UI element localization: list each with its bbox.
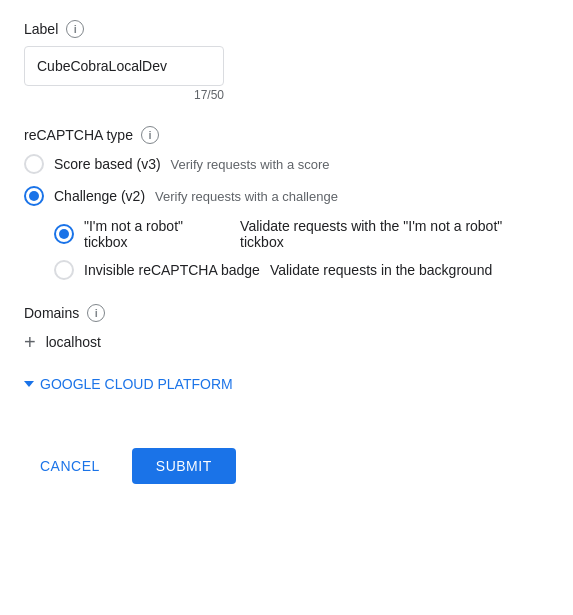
char-count: 17/50 [24, 88, 224, 102]
radio-label-invisible-badge: Invisible reCAPTCHA badge [84, 262, 260, 278]
cancel-button[interactable]: CANCEL [24, 450, 116, 482]
footer-buttons: CANCEL SUBMIT [24, 432, 549, 484]
recaptcha-section: reCAPTCHA type i Score based (v3) Verify… [24, 126, 549, 280]
recaptcha-info-icon[interactable]: i [141, 126, 159, 144]
recaptcha-heading: reCAPTCHA type i [24, 126, 549, 144]
recaptcha-title: reCAPTCHA type [24, 127, 133, 143]
radio-circle-not-a-robot[interactable] [54, 224, 74, 244]
domains-info-icon[interactable]: i [87, 304, 105, 322]
domains-section: Domains i + localhost [24, 304, 549, 352]
gcp-link[interactable]: GOOGLE CLOUD PLATFORM [24, 376, 549, 392]
domains-add-row[interactable]: + localhost [24, 332, 549, 352]
radio-option-score-based[interactable]: Score based (v3) Verify requests with a … [24, 154, 549, 174]
submit-button[interactable]: SUBMIT [132, 448, 236, 484]
recaptcha-radio-group: Score based (v3) Verify requests with a … [24, 154, 549, 280]
radio-desc-not-a-robot: Validate requests with the "I'm not a ro… [240, 218, 549, 250]
label-heading: Label i [24, 20, 549, 38]
radio-circle-invisible-badge[interactable] [54, 260, 74, 280]
gcp-link-text: GOOGLE CLOUD PLATFORM [40, 376, 233, 392]
radio-label-not-a-robot: "I'm not a robot" tickbox [84, 218, 230, 250]
label-input[interactable] [24, 46, 224, 86]
domains-heading: Domains i [24, 304, 549, 322]
add-domain-icon[interactable]: + [24, 332, 36, 352]
radio-circle-challenge-v2[interactable] [24, 186, 44, 206]
radio-circle-score-based[interactable] [24, 154, 44, 174]
label-info-icon[interactable]: i [66, 20, 84, 38]
gcp-section: GOOGLE CLOUD PLATFORM [24, 376, 549, 392]
radio-label-score-based: Score based (v3) [54, 156, 161, 172]
domains-title: Domains [24, 305, 79, 321]
radio-option-not-a-robot[interactable]: "I'm not a robot" tickbox Validate reque… [54, 218, 549, 250]
label-title: Label [24, 21, 58, 37]
label-section: Label i 17/50 [24, 20, 549, 102]
radio-option-challenge-v2[interactable]: Challenge (v2) Verify requests with a ch… [24, 186, 549, 206]
radio-desc-challenge-v2: Verify requests with a challenge [155, 189, 338, 204]
radio-label-challenge-v2: Challenge (v2) [54, 188, 145, 204]
chevron-down-icon [24, 381, 34, 387]
radio-desc-score-based: Verify requests with a score [171, 157, 330, 172]
radio-option-invisible-badge[interactable]: Invisible reCAPTCHA badge Validate reque… [54, 260, 549, 280]
label-input-wrapper: 17/50 [24, 46, 549, 102]
domain-value: localhost [46, 334, 101, 350]
radio-desc-invisible-badge: Validate requests in the background [270, 262, 492, 278]
sub-options-group: "I'm not a robot" tickbox Validate reque… [54, 218, 549, 280]
